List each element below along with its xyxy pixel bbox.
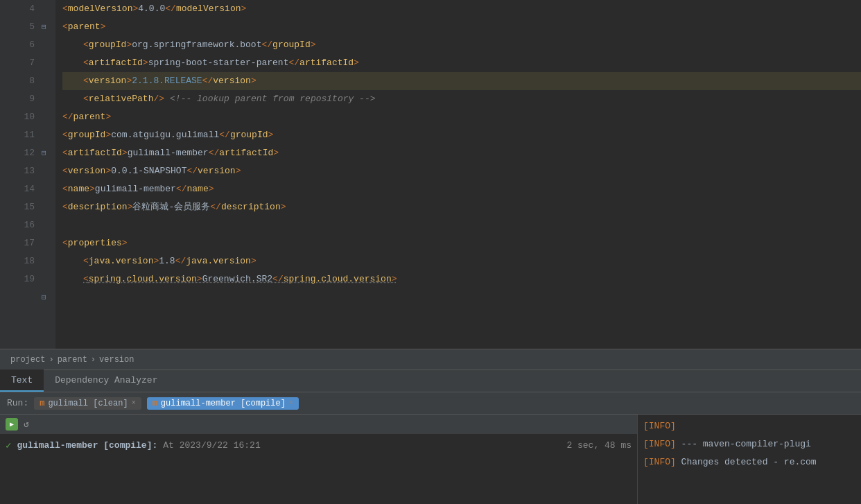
close-tab-member[interactable]: × — [289, 399, 293, 407]
line-num-16: 16 — [0, 216, 35, 234]
output-toolbar: ↺ — [0, 415, 637, 434]
code-container: 4 5 6 7 8 9 10 11 12 13 14 15 16 17 18 1… — [0, 0, 861, 349]
line-numbers: 4 5 6 7 8 9 10 11 12 13 14 15 16 17 18 1… — [0, 0, 42, 349]
run-tab-gulimall-member[interactable]: m gulimall-member [compile] × — [147, 397, 299, 410]
line-num-17: 17 — [0, 234, 35, 252]
tab-dependency-analyzer[interactable]: Dependency Analyzer — [44, 370, 168, 392]
maven-icon-2: m — [153, 399, 157, 408]
run-label: Run: — [7, 398, 28, 408]
code-content: <modelVersion>4.0.0</modelVersion> <pare… — [55, 0, 861, 349]
play-button[interactable] — [6, 418, 18, 431]
breadcrumb-sep-2: › — [91, 355, 96, 365]
line-num-18: 18 — [0, 252, 35, 270]
fold-column: ⊟ ⊟ ⊟ — [42, 0, 55, 349]
close-tab-gulimall[interactable]: × — [132, 399, 136, 407]
line-num-19: 19 — [0, 270, 35, 288]
info-line-3: [INFO] Changes detected - re.com — [643, 453, 855, 471]
code-line-13: <version>0.0.1-SNAPSHOT</version> — [62, 162, 861, 180]
output-duration: 2 sec, 48 ms — [566, 437, 632, 455]
line-num-7: 7 — [0, 54, 35, 72]
code-line-14: <name>gulimall-member</name> — [62, 180, 861, 198]
run-tab-member-label: gulimall-member [compile] — [161, 399, 286, 408]
line-num-8: 8 — [0, 72, 35, 90]
line-num-11: 11 — [0, 126, 35, 144]
fold-icon-17[interactable]: ⊟ — [42, 288, 46, 306]
code-line-15: <description>谷粒商城-会员服务</description> — [62, 198, 861, 216]
code-line-5: <parent> — [62, 18, 861, 36]
breadcrumb-parent: parent — [58, 355, 87, 365]
code-line-16 — [62, 216, 861, 234]
run-bar: Run: m gulimall [clean] × m gulimall-mem… — [0, 392, 861, 414]
rerun-icon[interactable]: ↺ — [24, 419, 29, 430]
code-line-7: <artifactId>spring-boot-starter-parent</… — [62, 54, 861, 72]
code-line-12: <artifactId>gulimall-member</artifactId> — [62, 144, 861, 162]
line-num-6: 6 — [0, 36, 35, 54]
run-tab-gulimall[interactable]: m gulimall [clean] × — [34, 397, 141, 410]
fold-icon-10[interactable]: ⊟ — [42, 144, 46, 162]
tab-text[interactable]: Text — [0, 370, 44, 392]
breadcrumb-project: project — [10, 355, 45, 365]
output-task-label: gulimall-member [compile]: — [17, 437, 157, 455]
line-num-13: 13 — [0, 162, 35, 180]
line-num-12: 12 — [0, 144, 35, 162]
line-num-14: 14 — [0, 180, 35, 198]
code-line-11: <groupId>com.atguigu.gulimall</groupId> — [62, 126, 861, 144]
line-num-10: 10 — [0, 108, 35, 126]
output-area: ↺ ✓ gulimall-member [compile]: At 2023/9… — [0, 414, 861, 504]
breadcrumb-version: version — [99, 355, 134, 365]
success-icon: ✓ — [6, 437, 11, 455]
breadcrumb-bar: project › parent › version — [0, 349, 861, 370]
line-num-9: 9 — [0, 90, 35, 108]
code-line-19: <spring.cloud.version>Greenwich.SR2</spr… — [62, 270, 861, 288]
tabs-bar: Text Dependency Analyzer — [0, 370, 861, 392]
code-line-17: <properties> — [62, 234, 861, 252]
code-line-6: <groupId>org.springframework.boot</group… — [62, 36, 861, 54]
code-line-9: <relativePath/><!-- lookup parent from r… — [62, 90, 861, 108]
info-line-2: [INFO] --- maven-compiler-plugi — [643, 435, 855, 453]
tab-text-label: Text — [11, 375, 33, 385]
output-right-panel: [INFO] [INFO] --- maven-compiler-plugi [… — [638, 415, 861, 504]
info-line-1: [INFO] — [643, 417, 855, 435]
run-tab-gulimall-label: gulimall [clean] — [48, 399, 128, 408]
breadcrumb-sep-1: › — [49, 355, 53, 365]
maven-icon-1: m — [40, 399, 44, 408]
editor-area: 4 5 6 7 8 9 10 11 12 13 14 15 16 17 18 1… — [0, 0, 861, 349]
line-num-4: 4 — [0, 0, 35, 18]
output-main-line: ✓ gulimall-member [compile]: At 2023/9/2… — [6, 437, 632, 455]
tab-dependency-label: Dependency Analyzer — [55, 375, 157, 385]
line-num-15: 15 — [0, 198, 35, 216]
output-timestamp: At 2023/9/22 16:21 — [163, 437, 260, 455]
code-line-10: </parent> — [62, 108, 861, 126]
fold-icon-5[interactable]: ⊟ — [42, 18, 46, 36]
line-num-5: 5 — [0, 18, 35, 36]
code-line-4: <modelVersion>4.0.0</modelVersion> — [62, 0, 861, 18]
code-line-18: <java.version>1.8</java.version> — [62, 252, 861, 270]
output-content: ✓ gulimall-member [compile]: At 2023/9/2… — [0, 434, 637, 504]
code-line-8: <version>2.1.8.RELEASE</version> — [62, 72, 861, 90]
output-left-panel: ↺ ✓ gulimall-member [compile]: At 2023/9… — [0, 415, 638, 504]
